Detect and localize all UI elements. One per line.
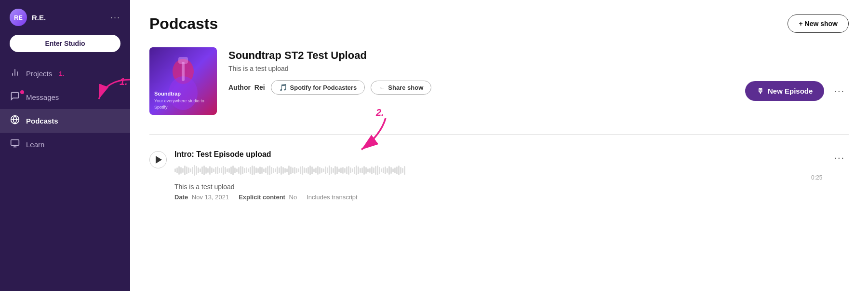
waveform-bar xyxy=(180,167,182,174)
waveform-bar xyxy=(225,167,226,174)
waveform-bar xyxy=(174,168,176,172)
waveform-bar xyxy=(306,168,307,173)
waveform-bar xyxy=(375,166,376,175)
episode-date: Date Nov 13, 2021 xyxy=(174,194,229,201)
waveform-bar xyxy=(309,166,311,175)
sidebar-item-messages[interactable]: Messages xyxy=(0,85,130,109)
waveform-bar xyxy=(338,168,340,172)
sidebar-header: RE R.E. ··· xyxy=(0,0,130,35)
waveform-bar xyxy=(390,167,392,174)
waveform-bar xyxy=(192,167,193,174)
show-actions-row: Author Rei 🎵 Spotify for Podcasters ← Sh… xyxy=(228,80,431,95)
waveform-bar xyxy=(369,168,371,173)
waveform-bar xyxy=(259,166,261,174)
waveform-bar xyxy=(242,166,243,174)
divider xyxy=(149,134,849,135)
waveform-bar xyxy=(252,166,253,175)
waveform-bar xyxy=(365,167,367,174)
waveform-bar xyxy=(254,166,255,175)
waveform-bar xyxy=(190,168,191,172)
waveform-bar xyxy=(319,167,320,174)
waveform-bar xyxy=(317,166,319,175)
messages-label: Messages xyxy=(26,93,59,101)
waveform-bar xyxy=(290,166,292,174)
waveform-bar xyxy=(288,166,290,175)
waveform-bar xyxy=(196,166,197,175)
waveform-bar xyxy=(344,168,346,173)
waveform-bar xyxy=(200,168,201,172)
waveform-bar xyxy=(352,168,353,172)
waveform-bar xyxy=(302,166,303,175)
waveform-bar xyxy=(227,168,228,172)
play-button[interactable] xyxy=(149,151,167,168)
waveform-bar xyxy=(300,166,301,174)
show-author: Author Rei xyxy=(228,83,265,91)
waveform-bar xyxy=(246,167,247,173)
waveform-bar xyxy=(267,166,268,175)
waveform-bar xyxy=(377,166,378,175)
sidebar-username: R.E. xyxy=(32,14,106,22)
waveform-bar xyxy=(325,166,326,174)
projects-icon xyxy=(10,68,20,80)
spotify-podcasters-button[interactable]: 🎵 Spotify for Podcasters xyxy=(271,80,365,95)
waveform-bar xyxy=(194,165,195,176)
waveform-bar xyxy=(333,168,334,173)
sidebar-item-podcasts[interactable]: Podcasts xyxy=(0,109,130,133)
learn-icon xyxy=(10,139,20,151)
waveform-bar xyxy=(294,167,295,174)
waveform-bar xyxy=(238,167,240,174)
waveform-bar xyxy=(217,166,218,174)
waveform-bar xyxy=(321,168,322,173)
waveform-bar xyxy=(198,167,199,173)
new-show-button[interactable]: + New show xyxy=(788,14,849,33)
show-description: This is a test upload xyxy=(228,65,431,72)
waveform-bar xyxy=(230,166,232,174)
waveform-bar xyxy=(394,167,396,173)
episode-transcript: Includes transcript xyxy=(307,194,358,201)
sidebar-nav: Projects 1. Messages Podcasts xyxy=(0,62,130,291)
waveform-bar xyxy=(240,166,241,175)
waveform-bar xyxy=(400,167,401,174)
projects-badge: 1. xyxy=(59,70,64,77)
waveform-bar xyxy=(223,166,224,175)
thumbnail-label: Soundtrap Your everywhere studio to Spot… xyxy=(154,91,212,110)
waveform-bar xyxy=(388,166,390,175)
new-episode-button[interactable]: 🎙 New Episode xyxy=(745,81,824,101)
episode-item: Intro: Test Episode upload // Generate w… xyxy=(149,144,849,207)
waveform-bar xyxy=(313,168,315,172)
sidebar-menu-icon[interactable]: ··· xyxy=(110,13,120,23)
sidebar-item-projects[interactable]: Projects 1. xyxy=(0,62,130,85)
waveform-bar xyxy=(404,166,405,175)
svg-rect-12 xyxy=(178,57,188,64)
waveform-bar xyxy=(182,168,184,173)
waveform-bar xyxy=(360,168,361,173)
annotation-1 xyxy=(130,75,135,106)
messages-icon xyxy=(10,91,20,103)
waveform-bar xyxy=(269,166,270,175)
spotify-icon: 🎵 xyxy=(279,83,287,91)
show-card: Soundtrap Your everywhere studio to Spot… xyxy=(149,47,431,115)
avatar: RE xyxy=(10,9,27,26)
enter-studio-button[interactable]: Enter Studio xyxy=(10,35,120,52)
show-more-options-button[interactable]: ··· xyxy=(830,83,849,98)
waveform-bar xyxy=(331,167,332,174)
waveform-bar xyxy=(201,166,203,174)
learn-label: Learn xyxy=(26,140,44,149)
sidebar-item-learn[interactable]: Learn xyxy=(0,133,130,156)
waveform-bar xyxy=(205,167,207,174)
waveform-bar xyxy=(234,167,236,173)
play-icon xyxy=(156,156,162,164)
waveform-bar xyxy=(383,167,384,173)
waveform-bar xyxy=(361,167,363,173)
projects-label: Projects xyxy=(26,69,52,78)
share-show-button[interactable]: ← Share show xyxy=(371,81,431,95)
waveform-bar xyxy=(334,166,336,175)
waveform-bar xyxy=(261,167,263,174)
waveform-bar xyxy=(209,166,211,175)
waveform-bar xyxy=(207,168,209,173)
waveform-bar xyxy=(184,166,186,175)
episode-actions: 🎙 New Episode ··· xyxy=(745,47,849,101)
waveform-bar xyxy=(358,166,359,174)
episode-more-options-button[interactable]: ··· xyxy=(830,150,849,165)
waveform-bar xyxy=(402,168,403,173)
